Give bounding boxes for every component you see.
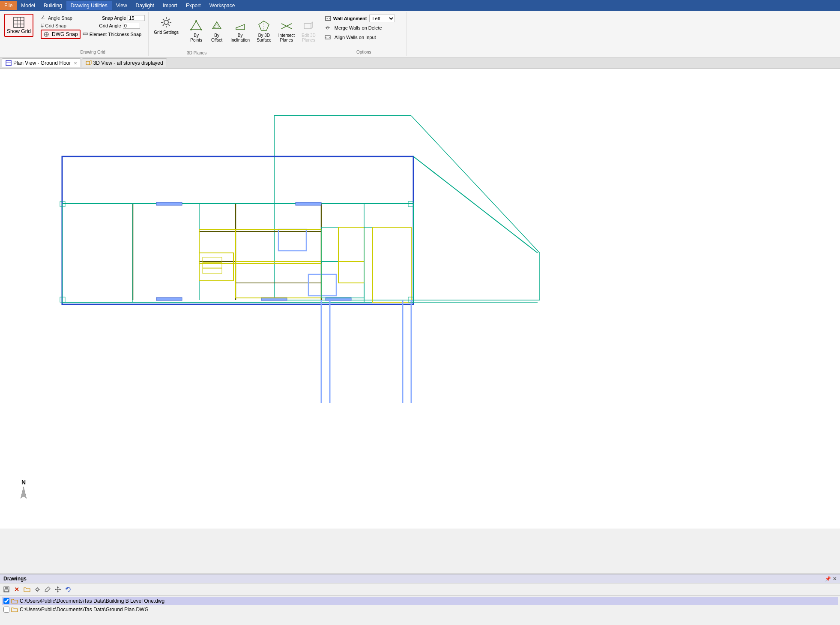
wall-alignment-row: Wall Alignment Left Center Right bbox=[325, 15, 403, 22]
intersect-planes-icon bbox=[281, 20, 293, 32]
panel-edit-button[interactable] bbox=[43, 585, 52, 594]
panel-refresh-button[interactable] bbox=[63, 585, 73, 594]
svg-rect-30 bbox=[304, 24, 311, 29]
menu-model[interactable]: Model bbox=[17, 1, 39, 10]
menu-import[interactable]: Import bbox=[158, 1, 182, 10]
svg-line-45 bbox=[90, 64, 91, 65]
menu-building[interactable]: Building bbox=[39, 1, 66, 10]
tab-3d-view[interactable]: 3D View - all storeys displayed bbox=[82, 58, 167, 67]
merge-walls-row: Merge Walls on Delete bbox=[325, 24, 403, 32]
svg-line-53 bbox=[413, 156, 538, 253]
panel-folder-button[interactable] bbox=[22, 585, 32, 594]
svg-rect-67 bbox=[156, 297, 182, 300]
svg-rect-66 bbox=[296, 202, 321, 205]
edit-3d-planes-button[interactable]: Edit 3D Planes bbox=[299, 13, 318, 50]
file-item-1[interactable]: C:\Users\Public\Documents\Tas Data\Groun… bbox=[2, 605, 838, 614]
file-list: C:\Users\Public\Documents\Tas Data\Build… bbox=[0, 596, 840, 615]
svg-rect-76 bbox=[203, 268, 222, 273]
svg-text:∠: ∠ bbox=[41, 15, 45, 20]
svg-marker-107 bbox=[57, 591, 59, 592]
wall-alignment-label: Wall Alignment bbox=[333, 16, 367, 21]
drawing-grid-label: Drawing Grid bbox=[41, 49, 145, 54]
menu-drawing-utilities[interactable]: Drawing Utilities bbox=[66, 1, 112, 10]
svg-rect-52 bbox=[62, 156, 413, 304]
by-points-icon bbox=[190, 20, 202, 32]
dwg-snap-button[interactable]: DWG Snap bbox=[41, 30, 81, 39]
grid-hash-icon: # bbox=[41, 22, 44, 29]
3d-view-tab-label: 3D View - all storeys displayed bbox=[93, 60, 163, 66]
grid-settings-button[interactable]: Grid Settings bbox=[151, 14, 181, 36]
by-offset-button[interactable]: By Offset bbox=[207, 13, 226, 50]
gear-icon bbox=[159, 15, 173, 29]
tab-plan-view[interactable]: Plan View - Ground Floor ✕ bbox=[2, 58, 81, 67]
menu-daylight[interactable]: Daylight bbox=[132, 1, 158, 10]
panel-toolbar: ✕ bbox=[0, 583, 840, 596]
merge-walls-icon bbox=[325, 25, 331, 31]
panel-pin-icon[interactable]: 📌 bbox=[825, 576, 831, 582]
align-walls-row: Align Walls on Input bbox=[325, 33, 403, 41]
panel-move-button[interactable] bbox=[53, 585, 63, 594]
file-folder-icon-0 bbox=[11, 598, 18, 604]
merge-walls-button[interactable]: Merge Walls on Delete bbox=[332, 24, 384, 32]
menu-workspace[interactable]: Workspace bbox=[205, 1, 239, 10]
file-checkbox-0[interactable] bbox=[3, 598, 9, 604]
tab-bar: Plan View - Ground Floor ✕ 3D View - all… bbox=[0, 57, 840, 69]
snap-angle-input[interactable] bbox=[128, 15, 145, 21]
svg-point-10 bbox=[164, 20, 168, 24]
file-item-0[interactable]: C:\Users\Public\Documents\Tas Data\Build… bbox=[2, 597, 838, 605]
panel-delete-button[interactable]: ✕ bbox=[12, 585, 21, 594]
svg-marker-95 bbox=[21, 487, 27, 499]
file-checkbox-1[interactable] bbox=[3, 607, 9, 613]
svg-marker-19 bbox=[191, 21, 201, 30]
grid-angle-input[interactable] bbox=[123, 23, 140, 29]
ribbon: Show Grid ∠ Angle Snap Snap Angle # Grid… bbox=[0, 11, 840, 57]
svg-line-44 bbox=[90, 60, 91, 61]
svg-point-22 bbox=[190, 29, 192, 30]
file-path-1: C:\Users\Public\Documents\Tas Data\Groun… bbox=[20, 607, 149, 613]
element-thickness-snap-label: Element Thickness Snap bbox=[90, 32, 141, 37]
by-inclination-button[interactable]: By Inclination bbox=[228, 13, 252, 50]
file-path-0: C:\Users\Public\Documents\Tas Data\Build… bbox=[20, 598, 164, 604]
intersect-planes-button[interactable]: Intersect Planes bbox=[276, 13, 297, 50]
move-icon bbox=[54, 586, 61, 593]
panel-title: Drawings bbox=[3, 576, 27, 582]
planes-section-label: 3D Planes bbox=[187, 50, 206, 55]
svg-rect-41 bbox=[6, 60, 11, 66]
svg-line-18 bbox=[163, 24, 164, 26]
panel-settings-button[interactable] bbox=[33, 585, 42, 594]
by-3d-surface-icon bbox=[258, 20, 270, 32]
plan-view-close-button[interactable]: ✕ bbox=[74, 61, 77, 66]
svg-rect-55 bbox=[62, 204, 413, 302]
planes-section: By Points By Offset By Inclination bbox=[184, 12, 321, 56]
svg-rect-65 bbox=[156, 202, 182, 205]
by-points-button[interactable]: By Points bbox=[187, 13, 206, 50]
menu-export[interactable]: Export bbox=[182, 1, 205, 10]
svg-point-20 bbox=[195, 20, 197, 22]
svg-rect-97 bbox=[5, 587, 8, 589]
wall-alignment-select[interactable]: Left Center Right bbox=[369, 15, 395, 22]
svg-rect-98 bbox=[4, 590, 9, 592]
align-walls-button[interactable]: Align Walls on Input bbox=[332, 33, 378, 41]
panel-close-icon[interactable]: ✕ bbox=[833, 576, 837, 582]
svg-rect-80 bbox=[338, 227, 364, 261]
options-section-label: Options bbox=[325, 49, 403, 54]
edit-3d-planes-label: Edit 3D Planes bbox=[302, 33, 316, 42]
by-inclination-icon bbox=[234, 20, 246, 32]
floorplan-svg bbox=[0, 69, 840, 416]
svg-rect-9 bbox=[83, 33, 87, 35]
show-grid-button[interactable]: Show Grid bbox=[4, 14, 33, 37]
edit-icon bbox=[44, 586, 51, 593]
snap-section: ∠ Angle Snap Snap Angle # Grid Snap Grid… bbox=[37, 12, 149, 56]
by-3d-surface-button[interactable]: By 3D Surface bbox=[254, 13, 274, 50]
svg-rect-72 bbox=[199, 229, 236, 264]
svg-line-17 bbox=[168, 19, 170, 20]
menu-file[interactable]: File bbox=[0, 1, 17, 10]
svg-rect-84 bbox=[373, 227, 411, 302]
panel-save-button[interactable] bbox=[2, 585, 11, 594]
element-thickness-icon bbox=[82, 31, 88, 38]
canvas-area[interactable]: N bbox=[0, 69, 840, 529]
snap-angle-label: Snap Angle bbox=[102, 15, 126, 21]
grid-settings-group: Grid Settings bbox=[149, 12, 184, 56]
menu-view[interactable]: View bbox=[112, 1, 132, 10]
3d-view-icon bbox=[86, 60, 92, 66]
